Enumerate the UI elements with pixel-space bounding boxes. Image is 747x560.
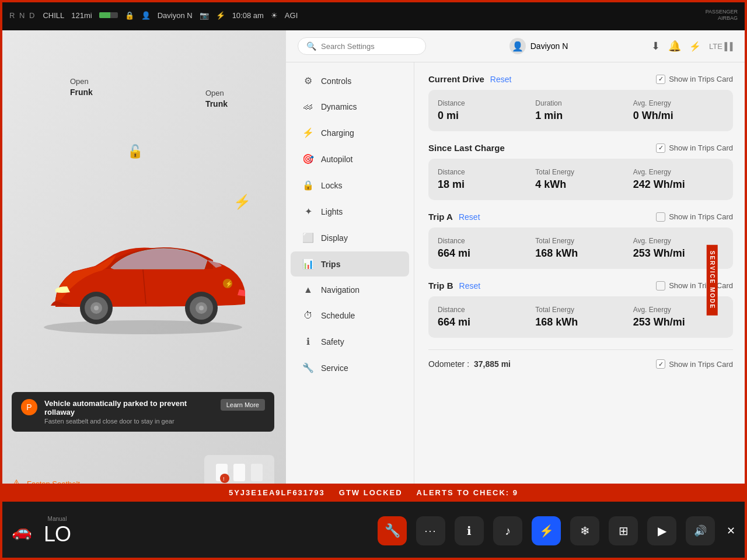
sidebar-item-navigation[interactable]: ▲ Navigation	[291, 278, 409, 302]
odometer-row: Odometer : 37,885 mi ✓ Show in Trips Car…	[428, 352, 733, 371]
alert-bar: 5YJ3E1EA9LF631793 GTW LOCKED ALERTS TO C…	[0, 484, 747, 502]
sidebar-item-charging[interactable]: ⚡ Charging	[291, 120, 409, 145]
navigation-icon: ▲	[302, 285, 314, 295]
bell-icon[interactable]: 🔔	[668, 40, 681, 52]
more-button[interactable]: ···	[416, 516, 445, 545]
music-button[interactable]: ♪	[493, 516, 522, 545]
trip-b-energy-label: Total Energy	[535, 306, 626, 314]
sidebar-item-safety[interactable]: ℹ Safety	[291, 329, 409, 354]
sidebar-label-safety: Safety	[321, 337, 344, 346]
sidebar-item-service[interactable]: 🔧 Service	[291, 355, 409, 380]
autopilot-icon: 🎯	[302, 153, 314, 164]
current-drive-checkbox[interactable]: ✓	[656, 75, 665, 84]
since-last-charge-stats: Distance 18 mi Total Energy 4 kWh Avg. E…	[428, 159, 733, 200]
download-icon[interactable]: ⬇	[651, 40, 660, 52]
vin-display: 5YJ3E1EA9LF631793	[229, 488, 325, 497]
trip-a-stats: Distance 664 mi Total Energy 168 kWh Avg…	[428, 228, 733, 269]
bolt-icon: ⚡	[216, 11, 225, 20]
trip-b-checkbox[interactable]	[656, 281, 665, 290]
since-last-charge-energy-label: Total Energy	[535, 168, 626, 176]
learn-more-button[interactable]: Learn More	[221, 399, 265, 411]
notification-subtitle: Fasten seatbelt and close door to stay i…	[44, 418, 214, 425]
trip-b-avg-energy-value: 253 Wh/mi	[633, 316, 724, 328]
settings-header: 🔍 👤 Daviyon N ⬇ 🔔 ⚡ LTE ▌▌	[286, 30, 747, 62]
close-icon[interactable]: ✕	[727, 524, 735, 537]
bluetooth-button[interactable]: ⚡	[532, 516, 561, 545]
car-icon-bottom: 🚗	[12, 522, 32, 541]
since-last-charge-energy: Total Energy 4 kWh	[535, 168, 626, 191]
left-car-panel: Controls Open Frunk Open Trunk 🔓	[0, 30, 286, 502]
notification-title: Vehicle automatically parked to prevent …	[44, 399, 214, 416]
bluetooth-header-icon[interactable]: ⚡	[689, 41, 701, 52]
trip-a-energy: Total Energy 168 kWh	[535, 237, 626, 260]
grid-button[interactable]: ⊞	[609, 516, 638, 545]
since-last-charge-avg-energy-label: Avg. Energy	[633, 168, 724, 176]
trip-a-show-trips: Show in Trips Card	[656, 212, 733, 222]
signal-header-icon: LTE ▌▌	[709, 42, 735, 51]
sidebar-label-autopilot: Autopilot	[321, 155, 352, 164]
wrench-button[interactable]: 🔧	[378, 516, 407, 545]
sidebar-label-lights: Lights	[321, 207, 343, 216]
since-last-charge-show-trips: ✓ Show in Trips Card	[656, 144, 733, 153]
current-drive-distance: Distance 0 mi	[438, 99, 528, 122]
fan-button[interactable]: ❄	[570, 516, 599, 545]
since-last-charge-avg-energy: Avg. Energy 242 Wh/mi	[633, 168, 724, 191]
drive-mode: CHILL	[43, 11, 64, 20]
current-drive-energy-value: 0 Wh/mi	[633, 110, 724, 122]
sidebar-item-lights[interactable]: ✦ Lights	[291, 199, 409, 224]
current-drive-distance-label: Distance	[438, 99, 528, 107]
search-input[interactable]	[321, 42, 417, 51]
safety-icon: ℹ	[302, 336, 314, 347]
sidebar-item-controls[interactable]: ⚙ Controls	[291, 68, 409, 93]
search-box[interactable]: 🔍	[298, 37, 426, 55]
current-drive-header: Current Drive Reset ✓ Show in Trips Card	[428, 74, 733, 84]
speed-display: Manual LO	[44, 516, 71, 547]
trip-b-title-group: Trip B Reset	[428, 281, 480, 290]
user-avatar: 👤	[509, 38, 526, 54]
current-drive-energy-label: Avg. Energy	[633, 99, 724, 107]
sidebar-label-controls: Controls	[321, 76, 351, 86]
odometer-show-label: Show in Trips Card	[669, 360, 733, 369]
trip-b-reset-button[interactable]: Reset	[459, 281, 481, 290]
since-last-charge-checkbox[interactable]: ✓	[656, 144, 665, 153]
play-button[interactable]: ▶	[647, 516, 676, 545]
trip-a-checkbox[interactable]	[656, 212, 665, 222]
sidebar-item-schedule[interactable]: ⏱ Schedule	[291, 303, 409, 328]
trip-a-title: Trip A	[428, 212, 453, 222]
parking-icon: P	[21, 399, 37, 415]
locks-icon: 🔒	[302, 180, 314, 191]
sidebar-item-locks[interactable]: 🔒 Locks	[291, 173, 409, 198]
schedule-icon: ⏱	[302, 310, 314, 321]
odometer-text: Odometer : 37,885 mi	[428, 359, 511, 369]
sidebar-item-display[interactable]: ⬜ Display	[291, 225, 409, 250]
charge-indicator-icon: ⚡	[233, 194, 251, 210]
odometer-divider	[428, 349, 733, 350]
svg-text:⚡: ⚡	[225, 280, 233, 288]
odometer-checkbox[interactable]: ✓	[656, 359, 665, 369]
since-last-charge-title: Since Last Charge	[428, 143, 505, 153]
user-name: Daviyon N	[530, 41, 568, 51]
trip-a-energy-label: Total Energy	[535, 237, 626, 245]
since-last-charge-distance-value: 18 mi	[438, 178, 528, 191]
user-info: 👤 Daviyon N	[509, 38, 568, 54]
volume-button[interactable]: 🔊	[686, 516, 715, 545]
search-icon: 🔍	[306, 41, 316, 51]
lights-icon: ✦	[302, 206, 314, 217]
current-drive-stats: Distance 0 mi Duration 1 min Avg. Energy…	[428, 90, 733, 131]
header-icons: ⬇ 🔔 ⚡ LTE ▌▌	[651, 40, 735, 52]
sidebar-item-trips[interactable]: 📊 Trips	[291, 251, 409, 276]
sidebar-label-navigation: Navigation	[321, 285, 359, 295]
sidebar-item-autopilot[interactable]: 🎯 Autopilot	[291, 146, 409, 172]
settings-body: ⚙ Controls 🏎 Dynamics ⚡ Charging 🎯 Autop…	[286, 62, 747, 502]
trip-a-reset-button[interactable]: Reset	[459, 212, 480, 222]
trip-b-show-label: Show in Trips Card	[669, 281, 733, 290]
sidebar-label-trips: Trips	[321, 260, 340, 269]
odometer-label: Odometer :	[428, 359, 469, 369]
trip-b-energy-value: 168 kWh	[535, 316, 626, 328]
speed-label: Manual	[44, 516, 71, 522]
info-button[interactable]: ℹ	[455, 516, 484, 545]
since-last-charge-energy-value: 4 kWh	[535, 178, 626, 191]
current-drive-reset-button[interactable]: Reset	[490, 75, 512, 84]
sidebar-item-dynamics[interactable]: 🏎 Dynamics	[291, 94, 409, 119]
current-drive-energy: Avg. Energy 0 Wh/mi	[633, 99, 724, 122]
